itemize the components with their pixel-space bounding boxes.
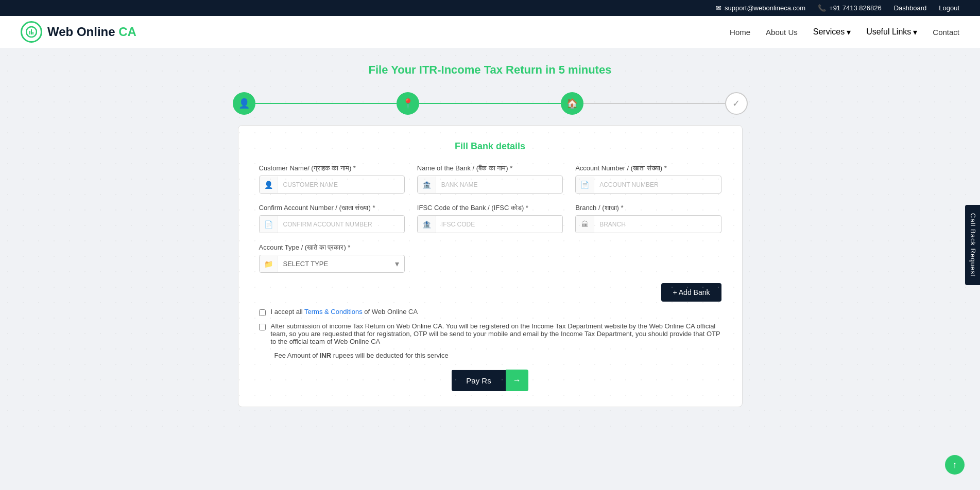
services-label: Services [813, 27, 845, 37]
topbar-phone: +91 7413 826826 [829, 4, 882, 12]
fee-row: Fee Amount of INR rupees will be deducte… [274, 352, 721, 359]
ifsc-icon: 🏦 [418, 216, 436, 233]
bank-name-input-wrapper: 🏦 [417, 176, 563, 194]
confirm-account-group: Confirm Account Number / (खाता संख्या) *… [259, 204, 405, 233]
terms-suffix: of Web Online CA [363, 308, 418, 316]
step-4: ✓ [725, 92, 748, 115]
svg-rect-3 [32, 32, 33, 34]
fee-prefix: Fee Amount of [274, 352, 320, 359]
pay-button-label: Pay Rs [452, 370, 505, 391]
branch-icon: 🏛 [576, 216, 594, 233]
step-line-1 [255, 103, 397, 104]
stepper: 👤 📍 🏠 ✓ [233, 92, 748, 115]
customer-name-input-wrapper: 👤 [259, 176, 405, 194]
account-type-select-wrapper: 📁 SELECT TYPE Savings Current Salary Oth… [259, 255, 405, 273]
step-3: 🏠 [561, 92, 583, 115]
account-type-group: Account Type / (खाते का प्रकार) * 📁 SELE… [259, 243, 405, 273]
logo: Web Online CA [21, 21, 136, 43]
dashboard-link[interactable]: Dashboard [894, 4, 927, 12]
logo-green: CA [118, 25, 136, 39]
account-number-input-wrapper: 📄 [575, 176, 721, 194]
phone-item: 📞 +91 7413 826826 [818, 4, 882, 12]
email-item: ✉ support@webonlineca.com [716, 4, 805, 12]
hero-text-plain: File Your ITR-Income Tax Return in [369, 63, 559, 76]
main-nav: Home About Us Services ▾ Useful Links ▾ … [730, 27, 959, 37]
form-title: Fill Bank details [259, 141, 721, 152]
hero-section: File Your ITR-Income Tax Return in 5 min… [0, 48, 980, 82]
bank-name-label: Name of the Bank / (बैंक का नाम) * [417, 164, 563, 172]
terms-link[interactable]: Terms & Conditions [304, 308, 363, 316]
nav-useful-links[interactable]: Useful Links ▾ [866, 27, 917, 37]
add-bank-row: + Add Bank [259, 283, 721, 302]
form-card: Fill Bank details Customer Name/ (ग्राहक… [238, 125, 743, 407]
ifsc-input-wrapper: 🏦 [417, 215, 563, 233]
terms-prefix: I accept all [271, 308, 305, 316]
services-chevron-icon: ▾ [847, 27, 851, 37]
step-1: 👤 [233, 92, 255, 115]
submission-notice-text: After submission of income Tax Return on… [271, 322, 721, 345]
useful-links-chevron-icon: ▾ [913, 27, 917, 37]
nav-about[interactable]: About Us [766, 28, 798, 37]
callback-sidebar[interactable]: Call Back Request [965, 205, 980, 285]
pay-button-arrow-icon: → [506, 370, 528, 391]
customer-name-icon: 👤 [260, 177, 278, 193]
add-bank-button[interactable]: + Add Bank [661, 283, 721, 302]
account-number-label: Account Number / (खाता संख्या) * [575, 164, 721, 172]
confirm-account-icon: 📄 [260, 216, 278, 233]
branch-input[interactable] [594, 216, 720, 233]
topbar: ✉ support@webonlineca.com 📞 +91 7413 826… [0, 0, 980, 16]
account-number-icon: 📄 [576, 177, 594, 193]
terms-checkbox[interactable] [259, 309, 266, 316]
bank-name-input[interactable] [436, 176, 562, 193]
form-grid: Customer Name/ (ग्राहक का नाम) * 👤 Name … [259, 164, 721, 273]
scroll-top-button[interactable]: ↑ [945, 455, 965, 475]
branch-label: Branch / (शाखा) * [575, 204, 721, 212]
account-number-group: Account Number / (खाता संख्या) * 📄 [575, 164, 721, 194]
header: Web Online CA Home About Us Services ▾ U… [0, 16, 980, 48]
branch-group: Branch / (शाखा) * 🏛 [575, 204, 721, 233]
account-type-label: Account Type / (खाते का प्रकार) * [259, 243, 405, 252]
submission-checkbox[interactable] [259, 324, 266, 330]
page-background: File Your ITR-Income Tax Return in 5 min… [0, 48, 980, 428]
customer-name-label: Customer Name/ (ग्राहक का नाम) * [259, 164, 405, 172]
pay-row: Pay Rs → [259, 370, 721, 391]
step-2: 📍 [397, 92, 419, 115]
account-type-icon: 📁 [260, 256, 278, 272]
submission-checkbox-group: After submission of income Tax Return on… [259, 322, 721, 345]
customer-name-input[interactable] [278, 176, 404, 193]
ifsc-group: IFSC Code of the Bank / (IFSC कोड) * 🏦 [417, 204, 563, 233]
step-line-3 [583, 103, 725, 104]
pay-button[interactable]: Pay Rs → [452, 370, 528, 391]
step-line-2 [419, 103, 561, 104]
fee-suffix: rupees will be deducted for this service [333, 352, 449, 359]
phone-icon: 📞 [818, 4, 826, 12]
fee-inr: INR [320, 352, 331, 359]
confirm-account-input[interactable] [278, 216, 404, 233]
bank-name-group: Name of the Bank / (बैंक का नाम) * 🏦 [417, 164, 563, 194]
ifsc-label: IFSC Code of the Bank / (IFSC कोड) * [417, 204, 563, 212]
logout-link[interactable]: Logout [939, 4, 959, 12]
nav-services[interactable]: Services ▾ [813, 27, 851, 37]
nav-home[interactable]: Home [730, 28, 750, 37]
bank-name-icon: 🏦 [418, 177, 436, 193]
stepper-container: 👤 📍 🏠 ✓ [0, 82, 980, 125]
hero-text-green: 5 minutes [559, 63, 612, 76]
ifsc-input[interactable] [436, 216, 562, 233]
form-title-plain: Fill [455, 141, 471, 151]
nav-contact[interactable]: Contact [933, 28, 959, 37]
confirm-account-input-wrapper: 📄 [259, 215, 405, 233]
terms-text: I accept all Terms & Conditions of Web O… [271, 308, 418, 316]
email-icon: ✉ [716, 4, 721, 12]
topbar-email: support@webonlineca.com [725, 4, 805, 12]
branch-input-wrapper: 🏛 [575, 215, 721, 233]
svg-rect-2 [31, 29, 32, 34]
svg-rect-1 [29, 31, 30, 34]
logo-icon [21, 21, 42, 43]
customer-name-group: Customer Name/ (ग्राहक का नाम) * 👤 [259, 164, 405, 194]
logo-text: Web Online CA [47, 25, 136, 39]
account-number-input[interactable] [594, 176, 720, 193]
account-type-select[interactable]: SELECT TYPE Savings Current Salary Other… [278, 255, 404, 272]
terms-checkbox-group: I accept all Terms & Conditions of Web O… [259, 308, 721, 316]
confirm-account-label: Confirm Account Number / (खाता संख्या) * [259, 204, 405, 212]
form-title-green: Bank details [471, 141, 525, 151]
